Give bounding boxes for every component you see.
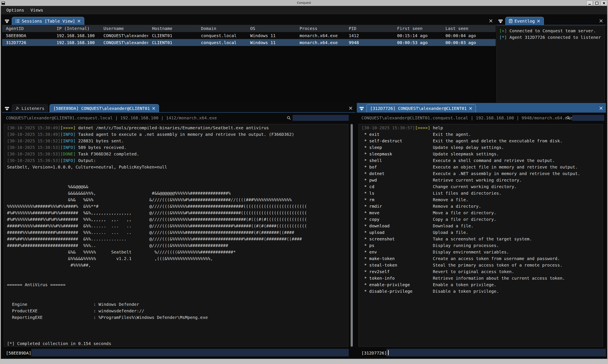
console-line: * exitExit the agent. xyxy=(362,131,600,138)
close-button[interactable] xyxy=(601,1,607,6)
close-panel-icon[interactable] xyxy=(349,106,352,110)
sessions-table-body: 58EE89DA192.168.168.100CONQUEST\alexande… xyxy=(2,32,496,46)
console-line: * cdChange current working directory. xyxy=(362,183,600,190)
console-line: * screenshotTake a screenshot of the tar… xyxy=(362,236,600,242)
command-input[interactable] xyxy=(386,349,606,356)
tab-listeners[interactable]: Listeners xyxy=(12,104,48,112)
console-line: * enable-privilegeEnable a token privile… xyxy=(362,282,600,288)
close-tab-icon[interactable] xyxy=(77,19,81,23)
console-line: * disable-privilegeDisable a token privi… xyxy=(362,288,600,295)
tab-agent-label: [312D7726] CONQUEST\alexander@CLIENT01 xyxy=(370,106,467,111)
column-header[interactable]: Domain xyxy=(197,26,246,31)
eventlog-output[interactable]: [+] Connected to Conquest team server.[*… xyxy=(497,26,605,102)
left-console-output[interactable]: [30-10-2025 15:30:49][>>>>] dotnet /mnt/… xyxy=(4,124,348,347)
list-icon xyxy=(15,19,20,23)
agent-console-312D7726: [312D7726] CONQUEST\alexander@CLIENT01 C… xyxy=(357,103,606,358)
column-header[interactable]: IP (Internal) xyxy=(53,26,100,31)
console-line: [30-10-2025 15:30:49][INFO] Tasked agent… xyxy=(7,131,345,138)
panel-dropdown-icon[interactable] xyxy=(5,20,9,23)
console-line: [*] Completed collection in 0.154 second… xyxy=(7,340,345,347)
panel-dropdown-icon[interactable] xyxy=(5,107,9,111)
close-panel-icon[interactable] xyxy=(599,19,603,23)
tab-agent-58EE89DA[interactable]: [58EE89DA] CONQUEST\alexander@CLIENT01 xyxy=(50,104,159,112)
console-line: #%#%%%%%%%#######%#%%####### %&%,,,,,,,,… xyxy=(7,210,345,216)
minimize-button[interactable] xyxy=(586,1,593,6)
console-line: * self-destructExit the agent and delete… xyxy=(362,138,600,144)
listener-signal-icon xyxy=(15,106,19,110)
clipboard-icon xyxy=(509,19,512,23)
console-line: * steal-tokenSteal the primary access to… xyxy=(362,262,600,269)
console-line xyxy=(7,327,345,334)
table-cell: CLIENT01 xyxy=(148,33,197,38)
column-header[interactable]: OS xyxy=(246,26,296,31)
close-tab-icon[interactable] xyxy=(152,107,155,110)
column-header[interactable]: Hostname xyxy=(148,26,197,31)
console-line: [30-10-2025 15:30:53][INFO] 589 bytes re… xyxy=(7,144,345,151)
console-line: %&&@@@&& xyxy=(7,183,345,190)
main-area: Sessions [Table View] AgentIDIP (Interna… xyxy=(1,14,607,359)
table-row[interactable]: 312D7726192.168.168.100CONQUEST\alexande… xyxy=(2,39,496,46)
console-line: #####%###################### %%%.. @////… xyxy=(7,242,345,249)
column-header[interactable]: PID xyxy=(345,26,393,31)
command-input[interactable] xyxy=(31,349,349,356)
console-line: Seatbelt, Version=1.0.0.0, Culture=neutr… xyxy=(7,164,345,170)
table-cell: CONQUEST\alexander xyxy=(100,33,148,38)
search-input[interactable] xyxy=(572,115,604,121)
scrollbar[interactable] xyxy=(351,124,353,347)
console-line: &%& %%%%% Seatbelt %////((((&%%%%%%%%###… xyxy=(7,249,345,255)
console-line: * dotnetExecute a .NET assembly in memor… xyxy=(362,170,600,177)
console-line: * rmRemove a file. xyxy=(362,196,600,203)
console-line: [*] Agent 312D7726 connected to listener xyxy=(499,34,602,41)
console-line: * rev2selfRevert to original access toke… xyxy=(362,269,600,275)
column-header[interactable]: First seen xyxy=(393,26,442,31)
console-line: * shellExecute a shell command and retri… xyxy=(362,157,600,164)
search-icon xyxy=(287,116,291,120)
right-console-status-bar: CONQUEST\alexander@CLIENT01.conquest.loc… xyxy=(357,114,606,121)
console-line: ###%##%%%################### &%%........… xyxy=(7,236,345,242)
menu-views[interactable]: Views xyxy=(30,8,43,13)
column-header[interactable]: Last seen xyxy=(442,26,494,31)
close-tab-icon[interactable] xyxy=(537,19,540,23)
right-console-output[interactable]: [30-10-2025 15:30:57][>>>>] help * exitE… xyxy=(358,124,603,347)
table-cell: 00:15:14 ago xyxy=(393,33,442,38)
console-line: * uploadUpload a file. xyxy=(362,229,600,236)
console-line: Engine : Windows Defender xyxy=(7,301,345,308)
table-cell: 00:00:53 ago xyxy=(393,40,442,45)
menu-options[interactable]: Options xyxy=(6,8,24,13)
console-line: * rmdirRemove a directory. xyxy=(362,203,600,210)
table-row[interactable]: 58EE89DA192.168.168.100CONQUEST\alexande… xyxy=(2,32,496,39)
agent-console-58EE89DA: Listeners [58EE89DA] CONQUEST\alexander@… xyxy=(2,103,355,358)
console-line: ######%%%##########%######## %%%...... .… xyxy=(7,229,345,236)
table-cell: monarch.x64.exe xyxy=(296,40,345,45)
close-panel-icon[interactable] xyxy=(599,106,603,110)
search-input[interactable] xyxy=(293,115,349,121)
console-line xyxy=(7,288,345,295)
left-console-status-bar: CONQUEST\alexander@CLIENT01.conquest.loc… xyxy=(2,114,355,121)
console-line: * make-tokenCreate an access token from … xyxy=(362,255,600,262)
maximize-button[interactable] xyxy=(594,1,600,6)
panel-dropdown-icon[interactable] xyxy=(498,20,503,23)
panel-dropdown-icon[interactable] xyxy=(359,107,364,111)
tab-sessions[interactable]: Sessions [Table View] xyxy=(12,17,84,25)
column-header[interactable]: AgentID xyxy=(2,26,53,31)
console-line: * lsList files and directories. xyxy=(362,190,600,196)
console-line xyxy=(7,295,345,301)
close-panel-icon[interactable] xyxy=(489,19,493,23)
console-line: #%#%%%%%%#####%%#%#%%####### %%%,,,,,, ,… xyxy=(7,216,345,223)
console-line: [30-10-2025 15:30:52][INFO] 228831 bytes… xyxy=(7,138,345,144)
table-cell: monarch.x64.exe xyxy=(296,33,345,38)
tab-agent-312D7726[interactable]: [312D7726] CONQUEST\alexander@CLIENT01 xyxy=(366,104,476,112)
close-tab-icon[interactable] xyxy=(469,107,472,110)
sessions-table-header: AgentIDIP (Internal)UsernameHostnameDoma… xyxy=(2,25,496,32)
column-header[interactable]: Username xyxy=(100,26,148,31)
table-cell: conquest.local xyxy=(197,33,246,38)
title-bar: Conquest xyxy=(0,0,608,6)
table-cell: 00:00:03 ago xyxy=(442,40,494,45)
left-console-input-bar: [58EE89DA] xyxy=(2,349,355,357)
tab-eventlog[interactable]: Eventlog xyxy=(505,17,544,25)
table-cell: 58EE89DA xyxy=(2,33,53,38)
column-header[interactable]: Process xyxy=(296,26,345,31)
console-line: * downloadDownload a file. xyxy=(362,223,600,229)
scrollbar-thumb[interactable] xyxy=(351,124,353,347)
tab-eventlog-label: Eventlog xyxy=(514,19,535,24)
